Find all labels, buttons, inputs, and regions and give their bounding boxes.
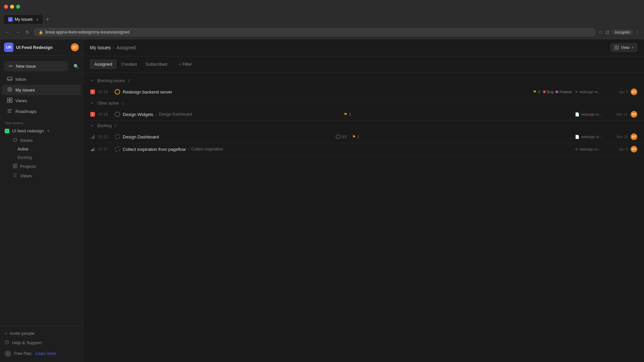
new-issue-label: New issue bbox=[16, 64, 36, 69]
team-dot bbox=[5, 129, 9, 133]
issues-label: Issues bbox=[20, 138, 33, 143]
section-backlog-label: Backlog bbox=[97, 123, 112, 128]
issue-date-ui14: Mar 31 bbox=[611, 112, 628, 116]
status-backlog-icon bbox=[115, 134, 120, 139]
team-views-label: Views bbox=[20, 173, 32, 178]
views-icon bbox=[7, 98, 13, 104]
priority-urgent-icon-2 bbox=[90, 112, 95, 117]
sidebar-team[interactable]: Ui feed redesign ▾ bbox=[0, 126, 83, 135]
forward-button[interactable]: → bbox=[14, 28, 21, 36]
maximize-button[interactable] bbox=[16, 5, 20, 9]
incognito-badge: Incognito bbox=[612, 29, 633, 35]
new-issue-button[interactable]: ✏ New issue bbox=[4, 61, 68, 71]
status-todo-icon bbox=[115, 112, 120, 117]
inbox-icon bbox=[7, 76, 13, 82]
svg-rect-5 bbox=[7, 101, 9, 103]
issue-date-ui13: Mar 31 bbox=[611, 135, 628, 139]
issue-assignee-ui14: D7 bbox=[631, 111, 637, 118]
filter-label: Filter bbox=[182, 62, 192, 67]
issue-title-ui17: Collect inspiration from pageflow › Coll… bbox=[123, 147, 346, 152]
issue-project-ui17: ✕ redesign m... bbox=[575, 147, 608, 152]
project-figma-icon-2: ✕ bbox=[575, 147, 578, 152]
tab-assigned[interactable]: Assigned bbox=[90, 60, 116, 69]
view-button[interactable]: View ▾ bbox=[610, 43, 637, 52]
user-avatar[interactable]: D7 bbox=[71, 43, 79, 51]
section-blocking-count: 1 bbox=[128, 79, 130, 83]
issue-row-ui19[interactable]: UI-19 Redesign backend server ⚑ 2 Bug bbox=[83, 86, 644, 98]
refresh-button[interactable]: ↻ bbox=[24, 28, 31, 36]
main-header: My issues › Assigned View ▾ bbox=[83, 39, 644, 56]
more-options-button[interactable]: ⋮ bbox=[635, 29, 640, 35]
section-backlog[interactable]: Backlog 2 bbox=[83, 121, 644, 131]
priority-medium-icon bbox=[90, 146, 95, 152]
issue-row-ui13[interactable]: UI-13 Design Dashboard 0/1 ⚑ 1 📄 redesig… bbox=[83, 131, 644, 143]
issue-row-ui14[interactable]: UI-14 Design Widgets › Design Dashboard … bbox=[83, 108, 644, 121]
help-support-button[interactable]: Help & Support bbox=[0, 338, 83, 348]
views-label: Views bbox=[15, 98, 27, 103]
help-label: Help & Support bbox=[12, 340, 42, 345]
tab-subscribed[interactable]: Subscribed bbox=[142, 60, 171, 68]
sidebar-item-views[interactable]: Views bbox=[2, 96, 81, 106]
projects-label: Projects bbox=[20, 164, 36, 169]
issue-project-ui14: 📄 redesign lo... bbox=[575, 112, 608, 117]
sidebar-item-my-issues[interactable]: My issues bbox=[2, 85, 81, 95]
flag-icon-2: ⚑ bbox=[344, 112, 347, 117]
issue-project-ui13: 📄 redesign lo... bbox=[575, 135, 608, 139]
projects-icon bbox=[13, 164, 17, 169]
team-views-icon bbox=[13, 173, 17, 179]
svg-rect-16 bbox=[614, 48, 616, 50]
progress-circle bbox=[336, 134, 340, 139]
sidebar-toggle-button[interactable]: ⊡ bbox=[605, 29, 609, 35]
svg-rect-9 bbox=[15, 164, 17, 166]
tag-feature: Feature bbox=[555, 90, 572, 94]
filter-button[interactable]: + Filter bbox=[175, 60, 196, 69]
issue-project-ui19: ✕ redesign m... bbox=[575, 90, 608, 94]
new-tab-button[interactable]: + bbox=[44, 16, 51, 23]
free-plan-icon: ⬡ bbox=[5, 350, 11, 357]
lock-icon: 🔒 bbox=[39, 30, 43, 35]
invite-people-button[interactable]: + Invite people bbox=[0, 329, 83, 338]
workspace-avatar: UR bbox=[4, 43, 13, 52]
issue-row-ui17[interactable]: UI-17 Collect inspiration from pageflow … bbox=[83, 143, 644, 156]
issue-id-ui14: UI-14 bbox=[98, 112, 112, 117]
search-button[interactable]: 🔍 bbox=[71, 62, 81, 71]
svg-rect-17 bbox=[617, 48, 619, 50]
section-other-active[interactable]: Other active 1 bbox=[83, 98, 644, 108]
view-btn-label: View bbox=[621, 45, 630, 50]
section-blocking[interactable]: Blocking issues 1 bbox=[83, 76, 644, 86]
issue-assignee-ui17: D7 bbox=[631, 146, 637, 153]
address-bar[interactable]: 🔒 linear.app/ui-feed-redesign/my-issues/… bbox=[34, 28, 596, 36]
sidebar-item-backlog[interactable]: Backlog bbox=[2, 154, 81, 162]
tab-favicon: L bbox=[8, 17, 13, 22]
issue-id-ui19: UI-19 bbox=[98, 89, 112, 94]
bookmark-button[interactable]: ☆ bbox=[598, 29, 603, 35]
learn-more-button[interactable]: Learn more bbox=[36, 351, 56, 356]
sidebar-item-active[interactable]: Active bbox=[2, 145, 81, 153]
section-backlog-count: 2 bbox=[114, 124, 116, 128]
help-icon bbox=[5, 340, 9, 346]
breadcrumb-root[interactable]: My issues bbox=[90, 45, 111, 50]
section-expand-icon-3 bbox=[90, 123, 95, 128]
workspace-name: UI Feed Redesign bbox=[16, 45, 53, 50]
minimize-button[interactable] bbox=[10, 5, 14, 9]
section-other-active-count: 1 bbox=[122, 101, 124, 105]
issue-date-ui19: Apr 3 bbox=[611, 90, 628, 94]
sidebar-item-projects[interactable]: Projects bbox=[2, 162, 81, 171]
my-issues-label: My issues bbox=[15, 87, 35, 93]
sidebar-item-issues[interactable]: Issues bbox=[2, 136, 81, 145]
tab-created[interactable]: Created bbox=[117, 60, 141, 68]
issue-flags-ui19: ⚑ 2 bbox=[533, 89, 540, 94]
svg-point-1 bbox=[8, 87, 12, 92]
breadcrumb: My issues › Assigned bbox=[90, 45, 136, 50]
close-button[interactable] bbox=[4, 5, 8, 9]
tab-close-icon[interactable]: ✕ bbox=[36, 18, 39, 21]
browser-tab[interactable]: L My issues ✕ bbox=[4, 15, 43, 24]
sidebar-item-team-views[interactable]: Views bbox=[2, 171, 81, 180]
svg-rect-15 bbox=[617, 46, 619, 47]
back-button[interactable]: ← bbox=[4, 28, 11, 36]
svg-rect-8 bbox=[13, 164, 15, 166]
workspace-info[interactable]: UR UI Feed Redesign bbox=[4, 43, 53, 52]
sidebar-item-roadmaps[interactable]: Roadmaps bbox=[2, 106, 81, 117]
new-issue-icon: ✏ bbox=[9, 63, 13, 69]
sidebar-item-inbox[interactable]: Inbox bbox=[2, 74, 81, 84]
